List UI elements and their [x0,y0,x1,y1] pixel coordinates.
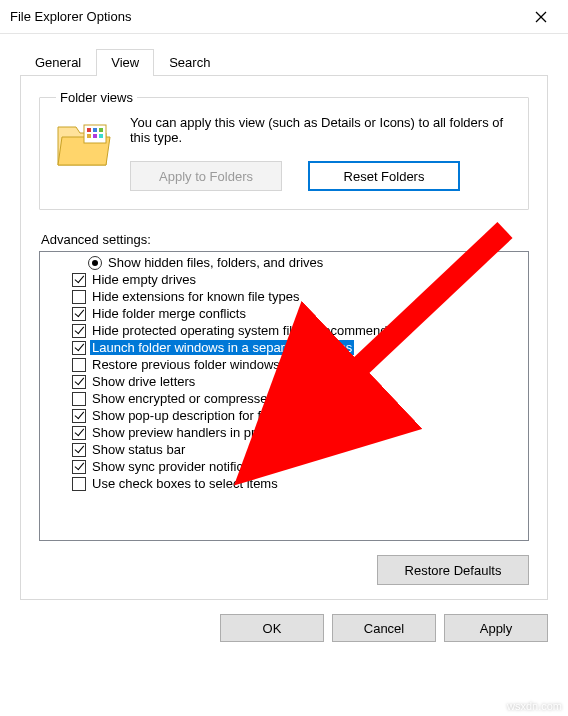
folder-icon [56,119,114,167]
setting-row[interactable]: Hide protected operating system files (R… [44,322,524,339]
setting-label: Show encrypted or compressed NTFS files … [90,391,387,406]
tab-search-label: Search [169,55,210,70]
setting-label: Restore previous folder windows at logon [90,357,332,372]
checkbox-icon[interactable] [72,307,86,321]
folder-views-description: You can apply this view (such as Details… [130,115,512,145]
svg-rect-7 [99,128,103,132]
setting-label: Show hidden files, folders, and drives [106,255,325,270]
radio-icon[interactable] [88,256,102,270]
svg-rect-5 [87,128,91,132]
apply-to-folders-button[interactable]: Apply to Folders [130,161,282,191]
svg-rect-8 [87,134,91,138]
folder-views-group: Folder views You can apply this view (su… [39,90,529,210]
folder-views-body: You can apply this view (such as Details… [130,115,512,191]
tab-strip: General View Search [0,34,568,75]
setting-label: Hide empty drives [90,272,198,287]
setting-row[interactable]: Show pop-up description for folder and d… [44,407,524,424]
advanced-settings-list[interactable]: Show hidden files, folders, and drivesHi… [39,251,529,541]
setting-row[interactable]: Hide extensions for known file types [44,288,524,305]
tab-search[interactable]: Search [154,49,225,76]
setting-row[interactable]: Show sync provider notifications [44,458,524,475]
setting-label: Show status bar [90,442,187,457]
checkbox-icon[interactable] [72,324,86,338]
setting-row[interactable]: Use check boxes to select items [44,475,524,492]
checkbox-icon[interactable] [72,426,86,440]
checkbox-icon[interactable] [72,392,86,406]
checkbox-icon[interactable] [72,358,86,372]
cancel-button[interactable]: Cancel [332,614,436,642]
tab-view[interactable]: View [96,49,154,76]
titlebar: File Explorer Options [0,0,568,34]
tab-page-view: Folder views You can apply this view (su… [20,75,548,600]
close-icon [535,11,547,23]
checkbox-icon[interactable] [72,460,86,474]
checkbox-icon[interactable] [72,477,86,491]
restore-defaults-button[interactable]: Restore Defaults [377,555,529,585]
ok-button[interactable]: OK [220,614,324,642]
dialog-buttons: OK Cancel Apply [0,614,568,660]
apply-button[interactable]: Apply [444,614,548,642]
setting-row[interactable]: Show status bar [44,441,524,458]
setting-row[interactable]: Hide folder merge conflicts [44,305,524,322]
setting-row[interactable]: Hide empty drives [44,271,524,288]
setting-label: Use check boxes to select items [90,476,280,491]
window-title: File Explorer Options [10,9,518,24]
checkbox-icon[interactable] [72,341,86,355]
setting-label: Hide extensions for known file types [90,289,301,304]
tab-general[interactable]: General [20,49,96,76]
setting-row[interactable]: Launch folder windows in a separate proc… [44,339,524,356]
setting-label: Show drive letters [90,374,197,389]
reset-folders-button[interactable]: Reset Folders [308,161,460,191]
setting-row[interactable]: Restore previous folder windows at logon [44,356,524,373]
folder-views-legend: Folder views [56,90,137,105]
checkbox-icon[interactable] [72,443,86,457]
setting-label: Show sync provider notifications [90,459,280,474]
setting-row[interactable]: Show drive letters [44,373,524,390]
checkbox-icon[interactable] [72,409,86,423]
svg-rect-10 [99,134,103,138]
checkbox-icon[interactable] [72,290,86,304]
close-button[interactable] [518,2,564,32]
watermark: wsxdn.com [507,700,562,712]
setting-label: Hide protected operating system files (R… [90,323,408,338]
setting-row[interactable]: Show encrypted or compressed NTFS files … [44,390,524,407]
tab-view-label: View [111,55,139,70]
svg-rect-9 [93,134,97,138]
advanced-settings-label: Advanced settings: [41,232,529,247]
setting-row[interactable]: Show hidden files, folders, and drives [44,254,524,271]
setting-row[interactable]: Show preview handlers in preview pane [44,424,524,441]
svg-rect-6 [93,128,97,132]
setting-label: Show preview handlers in preview pane [90,425,323,440]
checkbox-icon[interactable] [72,273,86,287]
setting-label: Launch folder windows in a separate proc… [90,340,354,355]
setting-label: Hide folder merge conflicts [90,306,248,321]
tab-general-label: General [35,55,81,70]
setting-label: Show pop-up description for folder and d… [90,408,401,423]
checkbox-icon[interactable] [72,375,86,389]
